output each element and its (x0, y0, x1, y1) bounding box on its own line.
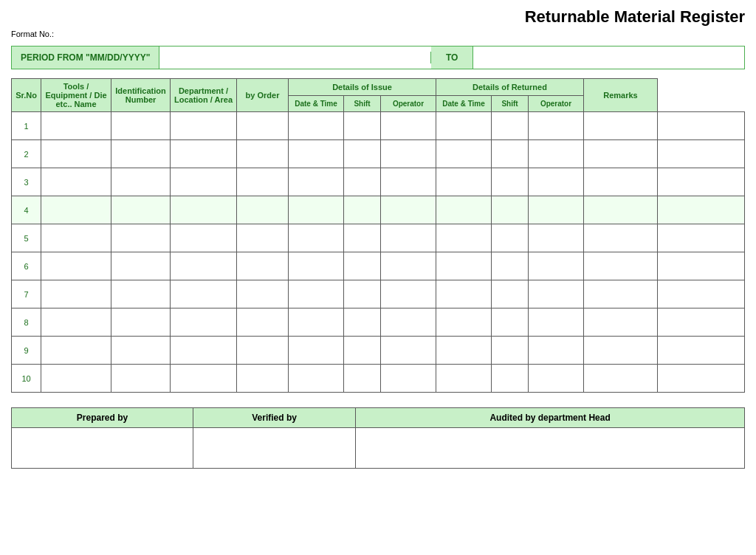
data-cell[interactable] (492, 280, 529, 308)
data-cell[interactable] (171, 112, 237, 140)
data-cell[interactable] (436, 252, 492, 280)
data-cell[interactable] (492, 365, 529, 393)
data-cell[interactable] (41, 168, 111, 196)
data-cell[interactable] (436, 308, 492, 337)
data-cell[interactable] (344, 308, 381, 337)
data-cell[interactable] (658, 365, 745, 393)
data-cell[interactable] (111, 196, 171, 224)
data-cell[interactable] (289, 168, 344, 196)
data-cell[interactable] (289, 196, 344, 224)
verified-by-cell[interactable] (193, 428, 356, 469)
data-cell[interactable] (344, 280, 381, 308)
data-cell[interactable] (529, 337, 584, 365)
data-cell[interactable] (492, 308, 529, 337)
data-cell[interactable] (529, 224, 584, 252)
data-cell[interactable] (584, 140, 658, 168)
data-cell[interactable] (658, 280, 745, 308)
data-cell[interactable] (41, 224, 111, 252)
data-cell[interactable] (111, 224, 171, 252)
data-cell[interactable] (289, 224, 344, 252)
data-cell[interactable] (237, 112, 289, 140)
data-cell[interactable] (529, 168, 584, 196)
data-cell[interactable] (436, 196, 492, 224)
data-cell[interactable] (436, 337, 492, 365)
data-cell[interactable] (658, 252, 745, 280)
data-cell[interactable] (171, 365, 237, 393)
data-cell[interactable] (171, 252, 237, 280)
data-cell[interactable] (344, 196, 381, 224)
data-cell[interactable] (584, 224, 658, 252)
data-cell[interactable] (344, 365, 381, 393)
data-cell[interactable] (344, 168, 381, 196)
data-cell[interactable] (584, 365, 658, 393)
data-cell[interactable] (529, 365, 584, 393)
data-cell[interactable] (658, 168, 745, 196)
data-cell[interactable] (289, 252, 344, 280)
data-cell[interactable] (381, 365, 436, 393)
data-cell[interactable] (289, 337, 344, 365)
data-cell[interactable] (381, 308, 436, 337)
data-cell[interactable] (658, 224, 745, 252)
data-cell[interactable] (289, 280, 344, 308)
data-cell[interactable] (111, 308, 171, 337)
data-cell[interactable] (381, 224, 436, 252)
data-cell[interactable] (41, 365, 111, 393)
data-cell[interactable] (529, 308, 584, 337)
data-cell[interactable] (237, 365, 289, 393)
data-cell[interactable] (41, 308, 111, 337)
data-cell[interactable] (436, 224, 492, 252)
data-cell[interactable] (381, 280, 436, 308)
data-cell[interactable] (584, 168, 658, 196)
data-cell[interactable] (584, 112, 658, 140)
data-cell[interactable] (584, 337, 658, 365)
data-cell[interactable] (344, 337, 381, 365)
data-cell[interactable] (584, 308, 658, 337)
data-cell[interactable] (171, 280, 237, 308)
data-cell[interactable] (381, 140, 436, 168)
data-cell[interactable] (237, 337, 289, 365)
data-cell[interactable] (492, 140, 529, 168)
data-cell[interactable] (237, 252, 289, 280)
data-cell[interactable] (171, 337, 237, 365)
data-cell[interactable] (658, 337, 745, 365)
data-cell[interactable] (41, 112, 111, 140)
data-cell[interactable] (529, 252, 584, 280)
data-cell[interactable] (237, 196, 289, 224)
data-cell[interactable] (41, 252, 111, 280)
data-cell[interactable] (171, 140, 237, 168)
data-cell[interactable] (344, 224, 381, 252)
data-cell[interactable] (436, 140, 492, 168)
data-cell[interactable] (171, 196, 237, 224)
data-cell[interactable] (289, 365, 344, 393)
data-cell[interactable] (529, 112, 584, 140)
data-cell[interactable] (344, 140, 381, 168)
data-cell[interactable] (436, 112, 492, 140)
data-cell[interactable] (529, 140, 584, 168)
data-cell[interactable] (492, 337, 529, 365)
data-cell[interactable] (584, 196, 658, 224)
data-cell[interactable] (237, 224, 289, 252)
data-cell[interactable] (41, 337, 111, 365)
data-cell[interactable] (658, 196, 745, 224)
data-cell[interactable] (492, 196, 529, 224)
data-cell[interactable] (658, 308, 745, 337)
data-cell[interactable] (529, 280, 584, 308)
data-cell[interactable] (658, 112, 745, 140)
data-cell[interactable] (344, 252, 381, 280)
data-cell[interactable] (436, 365, 492, 393)
data-cell[interactable] (111, 168, 171, 196)
data-cell[interactable] (381, 112, 436, 140)
data-cell[interactable] (492, 112, 529, 140)
data-cell[interactable] (344, 112, 381, 140)
data-cell[interactable] (171, 224, 237, 252)
data-cell[interactable] (237, 168, 289, 196)
data-cell[interactable] (111, 337, 171, 365)
data-cell[interactable] (289, 308, 344, 337)
data-cell[interactable] (381, 252, 436, 280)
data-cell[interactable] (584, 252, 658, 280)
data-cell[interactable] (381, 196, 436, 224)
data-cell[interactable] (658, 140, 745, 168)
period-from-value[interactable] (159, 52, 431, 63)
data-cell[interactable] (492, 252, 529, 280)
data-cell[interactable] (171, 168, 237, 196)
